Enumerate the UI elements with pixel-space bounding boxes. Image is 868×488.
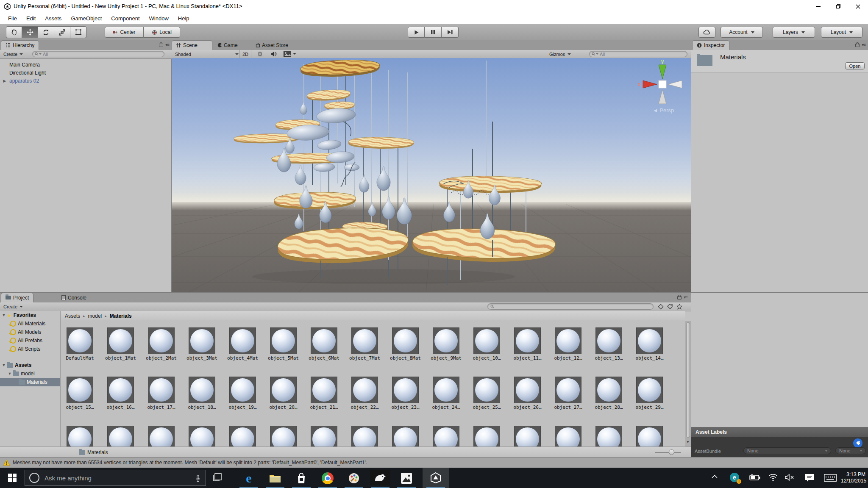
- material-tile[interactable]: object_6Mat: [311, 327, 337, 361]
- assetbundle-variant-dropdown[interactable]: None ÷: [835, 447, 866, 454]
- tab-game[interactable]: Game: [217, 40, 238, 50]
- layout-dropdown[interactable]: Layout: [821, 27, 862, 38]
- search-by-type-icon[interactable]: [658, 304, 664, 310]
- rect-tool-button[interactable]: [70, 26, 86, 38]
- material-grid[interactable]: DefaultMatobject_1Matobject_2Matobject_3…: [61, 321, 685, 446]
- unity-icon[interactable]: [423, 468, 449, 488]
- material-tile[interactable]: object_13…: [595, 327, 622, 361]
- folder-item-materials[interactable]: Materials: [0, 378, 60, 386]
- status-bar[interactable]: Meshes may not have more than 65534 vert…: [0, 457, 868, 468]
- expand-arrow-icon[interactable]: ▼: [7, 372, 13, 376]
- material-tile[interactable]: object_24…: [433, 377, 459, 410]
- axis-center-cube[interactable]: [659, 80, 666, 88]
- tab-menu-icon[interactable]: ▾≡: [165, 42, 169, 47]
- material-tile[interactable]: object_10…: [473, 327, 500, 361]
- shading-mode-dropdown[interactable]: Shaded: [172, 50, 241, 58]
- material-tile[interactable]: [555, 426, 581, 446]
- cloud-services-button[interactable]: [698, 27, 715, 38]
- hierarchy-create-button[interactable]: Create: [1, 50, 25, 58]
- lock-icon[interactable]: [855, 44, 860, 47]
- photos-icon[interactable]: [396, 471, 417, 485]
- material-tile[interactable]: [433, 426, 459, 446]
- rotation-toggle-button[interactable]: Local: [144, 27, 180, 38]
- grid-scrollbar[interactable]: ▼: [685, 321, 691, 446]
- edge-icon[interactable]: e: [239, 471, 259, 485]
- play-button[interactable]: [408, 27, 425, 38]
- microphone-icon[interactable]: [195, 475, 200, 482]
- thumbnail-zoom-slider-track[interactable]: [655, 452, 681, 453]
- hand-tool-button[interactable]: [6, 26, 22, 38]
- status-message[interactable]: Meshes may not have more than 65534 vert…: [13, 460, 367, 466]
- hierarchy-item[interactable]: Directional Light: [0, 69, 172, 77]
- favorites-root[interactable]: ▼ ★ Favorites: [0, 311, 60, 319]
- favorite-star-icon[interactable]: [676, 304, 682, 310]
- account-dropdown[interactable]: Account: [721, 27, 763, 38]
- hierarchy-item[interactable]: Main Camera: [0, 61, 172, 69]
- wifi-icon[interactable]: [768, 473, 778, 482]
- material-tile[interactable]: [189, 426, 215, 446]
- chrome-icon[interactable]: [317, 471, 338, 485]
- store-icon[interactable]: [291, 471, 312, 485]
- panel-options[interactable]: ▾≡: [677, 295, 687, 299]
- close-button[interactable]: [848, 0, 868, 13]
- material-tile[interactable]: object_28…: [595, 377, 622, 410]
- material-tile[interactable]: [311, 426, 337, 446]
- volume-muted-icon[interactable]: [785, 474, 795, 481]
- chevron-up-icon[interactable]: [711, 474, 718, 479]
- material-tile[interactable]: [229, 426, 256, 446]
- project-create-button[interactable]: Create: [1, 302, 25, 311]
- favorites-item[interactable]: All Scripts: [0, 345, 60, 353]
- layers-dropdown[interactable]: Layers: [773, 27, 815, 38]
- material-tile[interactable]: [595, 426, 622, 446]
- scene-lighting-button[interactable]: [256, 50, 264, 58]
- material-tile[interactable]: [351, 426, 378, 446]
- material-tile[interactable]: object_18…: [189, 377, 215, 410]
- material-tile[interactable]: object_27…: [555, 377, 581, 410]
- battery-icon[interactable]: [749, 474, 760, 481]
- tab-menu-icon[interactable]: ▾≡: [862, 42, 865, 47]
- scene-effects-button[interactable]: [284, 51, 296, 57]
- material-tile[interactable]: object_2Mat: [148, 327, 175, 361]
- material-tile[interactable]: [514, 426, 541, 446]
- breadcrumb[interactable]: Assets▸model▸Materials: [61, 311, 685, 321]
- clock[interactable]: 3:13 PM 12/10/2015: [841, 471, 865, 484]
- material-tile[interactable]: object_19…: [229, 377, 256, 410]
- tab-inspector[interactable]: Inspector: [692, 40, 729, 50]
- scroll-down-arrow-icon[interactable]: ▼: [686, 440, 690, 444]
- panel-options[interactable]: ▾≡: [855, 42, 865, 47]
- edge-tray-icon[interactable]: e !: [730, 473, 740, 483]
- material-tile[interactable]: object_14…: [636, 327, 663, 361]
- material-tile[interactable]: object_4Mat: [229, 327, 256, 361]
- scene-search-input[interactable]: All: [589, 51, 687, 57]
- panel-options[interactable]: ▾≡: [159, 42, 169, 47]
- material-tile[interactable]: object_12…: [555, 327, 581, 361]
- material-tile[interactable]: object_17…: [148, 377, 175, 410]
- material-tile[interactable]: object_5Mat: [270, 327, 297, 361]
- start-button[interactable]: [0, 468, 25, 488]
- touch-keyboard-icon[interactable]: [824, 474, 837, 482]
- tab-project[interactable]: Project: [1, 293, 33, 302]
- material-tile[interactable]: object_1Mat: [107, 327, 134, 361]
- title-bar[interactable]: Unity Personal (64bit) - Untitled - New …: [0, 0, 868, 13]
- asset-labels-header[interactable]: Asset Labels: [691, 427, 868, 437]
- material-tile[interactable]: object_22…: [351, 377, 378, 410]
- folder-item-assets[interactable]: ▼Assets: [0, 361, 60, 369]
- folder-item-model[interactable]: ▼model: [0, 369, 60, 378]
- scrollbar-thumb[interactable]: [686, 322, 690, 438]
- favorites-item[interactable]: All Prefabs: [0, 336, 60, 345]
- pause-button[interactable]: [425, 27, 442, 38]
- menu-component[interactable]: Component: [106, 13, 144, 24]
- project-search-input[interactable]: [487, 303, 654, 310]
- material-tile[interactable]: object_15…: [67, 377, 93, 410]
- favorites-item[interactable]: All Materials: [0, 319, 60, 328]
- expand-arrow-icon[interactable]: ▶: [0, 79, 9, 83]
- pivot-toggle-button[interactable]: Center: [105, 27, 144, 38]
- step-button[interactable]: [442, 27, 459, 38]
- material-tile[interactable]: [270, 426, 297, 446]
- menu-help[interactable]: Help: [173, 13, 194, 24]
- hierarchy-search-input[interactable]: All: [32, 51, 164, 57]
- tab-scene[interactable]: Scene: [172, 40, 212, 50]
- menu-assets[interactable]: Assets: [40, 13, 66, 24]
- scene-canvas[interactable]: y x ◄ Persp: [172, 58, 691, 292]
- material-tile[interactable]: object_3Mat: [189, 327, 215, 361]
